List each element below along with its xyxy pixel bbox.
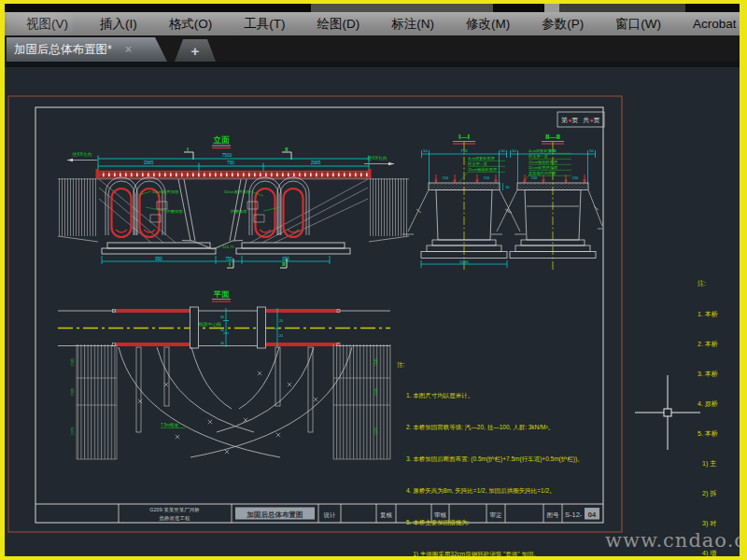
cad-application-window: 视图(V) 插入(I) 格式(O) 工具(T) 绘图(D) 标注(N) 修改(M… xyxy=(0,0,747,560)
svg-text:30: 30 xyxy=(506,186,510,189)
menu-parametric[interactable]: 参数(P) xyxy=(531,16,594,33)
arch-group xyxy=(106,177,309,237)
drawing-name: 加固后总体布置图 xyxy=(247,511,303,519)
svg-text:30: 30 xyxy=(220,315,224,319)
dim-span-left: 2985 xyxy=(144,161,154,165)
menu-tools[interactable]: 工具(T) xyxy=(233,16,295,33)
svg-text:150: 150 xyxy=(572,176,578,180)
svg-text:1525: 1525 xyxy=(374,387,378,397)
border-left xyxy=(0,0,5,560)
menu-modify[interactable]: 修改(M) xyxy=(456,16,520,33)
tab-label: 加固后总体布置图* xyxy=(14,42,112,58)
svg-text:20: 20 xyxy=(279,334,283,338)
svg-text:复核: 复核 xyxy=(380,511,393,519)
plan-piles xyxy=(136,347,313,432)
new-tab-button[interactable]: + xyxy=(175,39,216,62)
crosshair-cursor xyxy=(635,375,700,450)
project-name-line2: 危桥改造工程 xyxy=(160,515,191,522)
plus-icon: + xyxy=(191,43,200,59)
svg-text:50: 50 xyxy=(423,148,428,153)
project-name-line1: G209 某某至某厂河桥 xyxy=(149,507,200,513)
menu-insert[interactable]: 插入(I) xyxy=(90,16,148,33)
menu-bar: 视图(V) 插入(I) 格式(O) 工具(T) 绘图(D) 标注(N) 修改(M… xyxy=(5,12,740,36)
titlebar-segment xyxy=(311,4,493,12)
window-titlebar-strip xyxy=(5,4,740,12)
svg-text:Ⅱ: Ⅱ xyxy=(285,147,289,152)
menu-acrobat[interactable]: Acrobat 标注 xyxy=(683,16,740,33)
svg-text:Ⅱ: Ⅱ xyxy=(282,261,286,267)
svg-text:950: 950 xyxy=(155,257,162,261)
abutment-hatch-right xyxy=(369,178,409,236)
svg-text:1375: 1375 xyxy=(374,427,378,436)
drawing-notes: 注: 1. 本图尺寸均以厘米计。 2. 本桥加固荷载等级: 汽—20, 挂—10… xyxy=(397,338,619,560)
svg-text:1525: 1525 xyxy=(70,357,75,367)
dim-total: 7500 xyxy=(222,153,233,158)
svg-text:拱圈加固: 拱圈加固 xyxy=(230,209,247,214)
titlebar-segment xyxy=(544,4,559,12)
menu-draw[interactable]: 绘图(D) xyxy=(307,16,371,33)
section-1-view: Ⅰ—Ⅰ 50 790 50 4cm沥青砼面层 防水层一道 15cm钢筋砼面层 xyxy=(402,133,526,272)
svg-text:20: 20 xyxy=(279,319,283,323)
arch-reinforcement-rings xyxy=(112,189,303,237)
menu-dimension[interactable]: 标注(N) xyxy=(381,16,444,33)
section-2-deck xyxy=(517,183,588,190)
svg-text:32cm砼套拱加固: 32cm砼套拱加固 xyxy=(529,165,557,170)
abutment-hatch-left xyxy=(58,178,98,236)
note-line: 2. 本桥加固荷载等级: 汽—20, 挂—100, 人群: 3kN/M²。 xyxy=(397,422,619,432)
svg-text:第●页 共●页: 第●页 共●页 xyxy=(561,117,599,124)
note-line: 1. 本图尺寸均以厘米计。 xyxy=(397,390,619,400)
svg-text:防水层一道: 防水层一道 xyxy=(468,161,487,166)
svg-text:防水层一道: 防水层一道 xyxy=(529,154,548,159)
menu-format[interactable]: 格式(O) xyxy=(159,16,223,33)
arc-tick-marks xyxy=(138,371,317,454)
tab-bar-underline xyxy=(5,62,740,67)
dim-span-right: 2985 xyxy=(311,161,321,165)
drawing-svg: 第●页 共●页 立面 往XX方向 往XX方向 Ⅰ xyxy=(5,67,740,556)
svg-text:1525: 1525 xyxy=(70,387,75,397)
plan-pier-2 xyxy=(258,307,266,348)
svg-text:Ⅰ: Ⅰ xyxy=(229,261,231,267)
note-line: 3. 本桥加固后断面布置: (0.5m(护栏)+7.5m(行车道)+0.5m(护… xyxy=(397,454,619,464)
file-tab-bar: 加固后总体布置图* × + xyxy=(5,35,740,62)
titlebar-segment xyxy=(559,4,685,12)
section-2-notes: 4cm沥青砼面层 防水层一道 15cm钢筋砼面层 32cm砼套拱加固 原浆砌片石… xyxy=(523,148,571,183)
plan-hatch-left xyxy=(77,344,117,459)
svg-text:150: 150 xyxy=(531,176,537,180)
border-right xyxy=(740,0,747,560)
section-marker-1-top: Ⅰ xyxy=(184,147,193,161)
svg-text:30: 30 xyxy=(220,329,224,332)
svg-text:150: 150 xyxy=(443,176,448,180)
watermark-text: www.cndao.com xyxy=(605,529,747,552)
centerline-label: 线路中心线 xyxy=(198,322,221,328)
plan-left-ticks: 1525 1525 1375 xyxy=(70,357,75,436)
page-stamp: 第●页 共●页 xyxy=(557,112,604,127)
tab-close-icon[interactable]: × xyxy=(125,43,132,56)
note-line: 5. 本桥主要加固措施为: xyxy=(397,517,619,527)
svg-text:50: 50 xyxy=(512,148,516,153)
riverbed-elevation: 245.75 xyxy=(222,245,234,249)
plan-view: 平面 线路中心线 30 30 30 20 xyxy=(58,290,390,459)
wing-wall-arcs xyxy=(119,347,352,457)
tab-drawing[interactable]: 加固后总体布置图* × xyxy=(7,37,167,62)
plan-pier-1 xyxy=(190,307,199,348)
drawing-canvas[interactable]: 第●页 共●页 立面 往XX方向 往XX方向 Ⅰ xyxy=(5,67,740,556)
svg-text:Ⅱ—Ⅱ: Ⅱ—Ⅱ xyxy=(545,133,560,140)
direction-left-label: 往XX方向 xyxy=(72,151,92,158)
border-top xyxy=(0,0,747,4)
direction-right-label: 往XX方向 xyxy=(367,155,388,161)
svg-text:1375: 1375 xyxy=(70,427,75,436)
elevation-title: 立面 xyxy=(213,135,231,145)
section-1-notes: 4cm沥青砼面层 防水层一道 15cm钢筋砼面层 xyxy=(458,156,505,183)
notes-title: 注: xyxy=(397,359,619,370)
svg-text:30: 30 xyxy=(220,342,224,345)
svg-text:790: 790 xyxy=(460,148,468,153)
menu-window[interactable]: 窗口(W) xyxy=(605,16,671,33)
svg-text:平面: 平面 xyxy=(213,290,230,299)
svg-text:1250: 1250 xyxy=(459,259,469,264)
svg-text:设计: 设计 xyxy=(324,511,337,518)
svg-text:拱圈加固: 拱圈加固 xyxy=(165,209,183,214)
slope-label: 7.5m锥坡 xyxy=(161,422,179,427)
svg-text:50: 50 xyxy=(500,148,505,153)
svg-text:Ⅰ—Ⅰ: Ⅰ—Ⅰ xyxy=(458,133,470,140)
svg-text:150: 150 xyxy=(484,176,489,180)
